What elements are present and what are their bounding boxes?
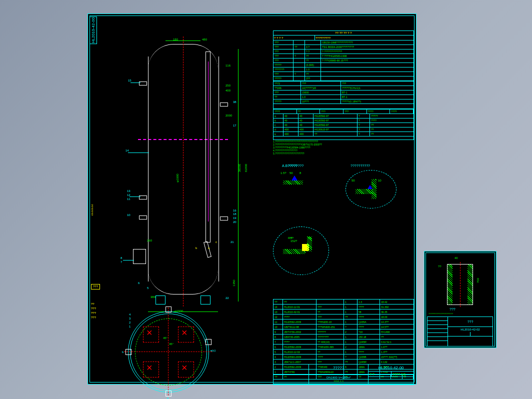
plan-noz-left	[126, 349, 132, 355]
detC-dim3: 55	[308, 236, 312, 240]
tb-center: ????? DN1900 V=180m³ ???? ? ?	[309, 364, 368, 384]
dim-line-height	[238, 49, 238, 302]
plan-leader-e: e(c)	[210, 349, 216, 352]
dim-61800: 61800	[244, 164, 248, 172]
lead-line-13	[130, 196, 140, 197]
manway	[133, 249, 146, 264]
aux-note: ??????????????????????	[428, 312, 491, 315]
leader-16: 16	[233, 209, 236, 212]
subsec-rows: ??72????????24610(?????)20??????(CHLG)1?…	[274, 81, 414, 104]
vertical-centerline	[183, 36, 184, 306]
detail-A: 1.5? 50 8	[280, 172, 300, 192]
dim-36000: 36000	[238, 164, 241, 172]
tank-elevation-view: 180 480 116 400 2000 250 φ1900 36000 618…	[118, 36, 248, 306]
lead-line-8	[123, 260, 134, 260]
leader-11: 11	[127, 198, 130, 200]
detB-dim2: 10	[378, 179, 382, 182]
seq-box: ???	[91, 284, 100, 290]
aux-part-outline	[447, 264, 473, 305]
tb-scale: ? ?	[368, 372, 392, 376]
detB-h2	[372, 179, 376, 199]
lead-line-15	[130, 82, 140, 83]
notes-text: 1.???????????????????????????????2.?????…	[273, 140, 413, 155]
leader-a: a	[208, 246, 210, 250]
main-drawing-sheet: HL2010-42-00 180 480 116 400 2000 250 φ1…	[88, 14, 416, 384]
detA-dim1: 1.5?	[280, 172, 286, 174]
plan-view: × × × × 45° 45° b e(c) g	[128, 312, 208, 392]
leader-7: 7	[120, 260, 122, 264]
nozzle-18	[220, 216, 228, 220]
dim-phi1900: φ1900	[176, 174, 179, 182]
leader-18: 18	[233, 212, 236, 216]
spec-rows: ???GB150-1998?????????????????3 ?TSG R00…	[274, 40, 414, 81]
support-right	[200, 296, 210, 304]
detB-h1	[356, 189, 373, 194]
spec-hdr-l: ? ? ? ?	[274, 35, 315, 40]
sequence-labels: ??? ?? ??? ??? ???	[91, 284, 100, 320]
notes-block: 1.???????????????????????????????2.?????…	[273, 140, 413, 158]
tb-left	[274, 364, 309, 384]
bolt-hole-1: ×	[143, 326, 159, 342]
dim-380: 380	[150, 296, 156, 298]
dim-2000: 2000	[226, 114, 232, 117]
leader-14: 14	[126, 149, 129, 152]
title-block: ????? DN1900 V=180m³ ???? ? ? HL2010-42-…	[273, 364, 414, 384]
leader-38: 38	[233, 100, 236, 104]
seq-4: ???	[91, 316, 100, 320]
plan-angle2: 45°	[169, 342, 174, 346]
main-spec-table: ?? ?? ?? ? ? ? ? ? ? ????????? ???GB150-…	[273, 30, 414, 109]
leader-6: 6	[138, 282, 140, 284]
leader-22: 22	[226, 296, 229, 300]
leader-20: 20	[233, 220, 236, 224]
detB-weld	[368, 185, 372, 189]
plan-leader-b: b	[122, 350, 124, 354]
nozzle-table: ???????????????????? a4040HG20592-97????…	[273, 109, 414, 140]
plan-noz-right	[206, 339, 212, 345]
dim-400: 400	[226, 89, 230, 92]
dim-250: 250	[226, 84, 230, 87]
leader-17: 17	[233, 124, 236, 127]
leader-5: 5	[147, 286, 148, 290]
detA-dim2: 50	[290, 172, 293, 174]
detA-hatch	[283, 180, 303, 184]
tb-right: HL2010-42-00 ? ????? 1/1	[368, 364, 414, 384]
aux-drawing-sheet: 40 700 ?? ??? ?????????????????????? ???…	[424, 251, 496, 348]
aux-part-view: 40 700 ??	[440, 259, 480, 309]
dim-line-top1	[166, 40, 200, 41]
leader-19: 19	[233, 216, 236, 220]
bolt-hole-2: ×	[178, 326, 194, 342]
detA-weld	[292, 176, 298, 180]
aux-tb-dwg: HL2010-42-02	[448, 327, 492, 332]
aux-cl	[460, 262, 460, 307]
bom-rows: ????11.318.4214HL2010-12-01???1????31.30…	[274, 300, 414, 374]
nozzle-10	[139, 216, 147, 220]
tb-sheet: ???? 1/1	[392, 372, 414, 376]
nozzle-38	[220, 102, 228, 106]
leader-21: 21	[230, 240, 234, 244]
detA-dim3: 8	[300, 172, 301, 174]
plan-noz-top	[166, 306, 172, 312]
aux-dim-h: 700	[476, 278, 480, 283]
detB-dim: 50	[352, 179, 355, 182]
aux-hatch-left	[448, 264, 452, 304]
leader-15: 15	[128, 79, 132, 82]
tb-name: ?????	[309, 364, 368, 376]
dim-116: 116	[226, 64, 230, 67]
horizontal-centerline	[138, 139, 228, 140]
plan-noz-bot	[166, 390, 172, 396]
bolt-hole-4: ×	[178, 362, 194, 378]
seq-2: ???	[91, 306, 100, 311]
level-line	[208, 62, 208, 222]
bolt-hole-3: ×	[143, 362, 159, 378]
leader-13: 13	[127, 190, 130, 192]
aux-title-block: ??? HL2010-42-02	[427, 316, 493, 346]
tb-wt: ???? ? ?	[309, 379, 368, 384]
aux-part-label: ???	[450, 308, 456, 311]
aux-tb-name: ???	[448, 317, 492, 327]
leader-c: c	[216, 240, 217, 244]
leader-10: 10	[127, 214, 130, 216]
tb-dwg: HL2010-42-00	[368, 364, 414, 372]
detail-views: A.B????? ?????????? ???????? 1.5? 50 8 5…	[273, 164, 413, 276]
support-left	[156, 296, 166, 304]
drawing-id-vertical: HL2010-42-00	[90, 16, 97, 44]
